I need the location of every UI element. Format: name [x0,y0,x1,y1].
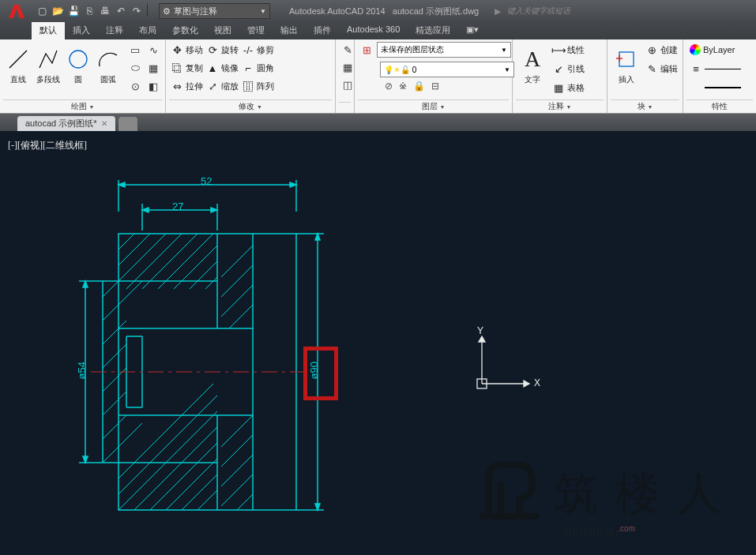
leader-tool[interactable]: ↙引线 [551,60,586,77]
trim-tool[interactable]: -/-修剪 [240,41,276,58]
polyline-tool[interactable]: 多段线 [33,41,63,85]
app-title: Autodesk AutoCAD 2014 autocad 示例图纸.dwg [289,6,479,17]
tab-plugin[interactable]: 插件 [306,22,339,39]
dim-icon: ⟼ [552,43,565,56]
move-tool[interactable]: ✥移动 [169,41,205,58]
stretch-icon: ⇔ [171,80,183,92]
svg-line-43 [103,423,142,463]
svg-line-59 [221,474,253,506]
panel-draw-title[interactable]: 绘图▼ [3,99,162,113]
svg-line-41 [103,392,126,415]
layer-match-icon[interactable]: ⊟ [431,81,439,92]
tab-featured[interactable]: 精选应用 [408,22,458,39]
measure-icon[interactable]: ✎ [339,41,356,58]
gear-icon: ⚙ [163,6,171,17]
layer-props-icon[interactable]: ⊞ [358,41,375,58]
table-tool[interactable]: ▦表格 [551,79,586,96]
layer-state-dropdown[interactable]: 未保存的图层状态▼ [377,42,511,58]
hatch-icon[interactable]: ▦ [145,59,162,77]
ucs-x: X [534,377,540,388]
array-icon: ⿲ [242,80,254,92]
tab-insert[interactable]: 插入 [65,22,98,39]
new-tab-button[interactable] [118,117,137,131]
panel-layer-title[interactable]: 图层▼ [358,99,509,113]
new-icon[interactable]: ▢ [35,4,49,18]
mirror-tool[interactable]: ▲镜像 [205,59,240,77]
edit-block-tool[interactable]: ✎编辑 [644,60,679,77]
drawing-canvas[interactable]: [-][俯视][二维线框] [0,131,756,555]
redo-icon[interactable]: ↷ [130,4,144,18]
select-icon[interactable]: ▦ [339,58,356,76]
panel-modify-title[interactable]: 修改▼ [169,99,332,113]
linetype-dropdown[interactable] [688,79,743,96]
scale-tool[interactable]: ⤢缩放 [205,77,240,95]
file-tab[interactable]: autocad 示例图纸* ✕ [17,116,115,131]
tab-annotate[interactable]: 注释 [98,22,131,39]
tab-layout[interactable]: 布局 [131,22,164,39]
svg-line-54 [221,285,253,317]
rotate-icon: ⟳ [206,43,219,56]
workspace-dropdown[interactable]: ⚙ 草图与注释 ▼ [159,3,270,19]
layer-lock-icon[interactable]: 🔒 [413,81,425,92]
svg-rect-2 [619,52,634,66]
svg-line-46 [118,411,217,510]
tab-parametric[interactable]: 参数化 [164,22,206,39]
undo-icon[interactable]: ↶ [114,4,128,18]
spline-icon[interactable]: ∿ [145,41,162,58]
play-icon[interactable]: ▶ [495,6,501,17]
lineweight-dropdown[interactable]: ≡ [688,60,743,77]
tab-output[interactable]: 输出 [273,22,306,39]
rect-icon[interactable]: ▭ [126,41,144,58]
stretch-tool[interactable]: ⇔拉伸 [169,77,205,95]
saveas-icon[interactable]: ⎘ [82,4,96,18]
dim-27: 27 [172,201,183,212]
tab-view[interactable]: 视图 [206,22,239,39]
svg-line-57 [221,435,253,467]
arc-tool[interactable]: 圆弧 [93,41,123,85]
panel-block-title[interactable]: 块▼ [611,99,679,113]
insert-block-tool[interactable]: 插入 [611,41,642,85]
ellipse-icon[interactable]: ⬭ [126,59,144,77]
svg-line-37 [103,281,142,321]
close-tab-icon[interactable]: ✕ [101,119,107,128]
color-icon [690,44,701,55]
print-icon[interactable]: 🖶 [98,4,112,18]
array-tool[interactable]: ⿲阵列 [240,77,276,95]
dim-52: 52 [201,175,212,187]
svg-line-39 [103,344,126,368]
svg-line-38 [103,321,126,344]
copy-tool[interactable]: ⿻复制 [169,59,205,77]
highlight-box [303,347,338,400]
color-dropdown[interactable]: ByLayer [688,41,743,58]
save-icon[interactable]: 💾 [66,4,81,18]
svg-line-27 [118,234,134,249]
panel-anno-title[interactable]: 注释▼ [516,99,604,113]
region-icon[interactable]: ◧ [145,77,162,95]
create-block-tool[interactable]: ⊕创建 [644,41,679,58]
circle-tool[interactable]: 圆 [63,41,93,85]
fillet-tool[interactable]: ⌐圆角 [240,59,276,77]
tab-manage[interactable]: 管理 [239,22,273,39]
app-logo[interactable] [3,0,30,22]
edit-icon: ✎ [645,62,658,75]
panel-props-title[interactable]: 特性 [686,99,753,113]
file-tab-bar: autocad 示例图纸* ✕ [0,114,756,131]
point-icon[interactable]: ⊙ [126,77,144,95]
text-tool[interactable]: A 文字 [516,41,549,85]
tab-extra-icon[interactable]: ▣▾ [458,22,487,39]
tab-a360[interactable]: Autodesk 360 [339,22,408,39]
fillet-icon: ⌐ [242,62,254,74]
rotate-tool[interactable]: ⟳旋转 [205,41,240,58]
search-input[interactable]: 键入关键字或短语 [507,6,570,17]
line-tool[interactable]: 直线 [3,41,33,85]
svg-line-55 [229,305,253,328]
layer-current-dropdown[interactable]: 💡☀🔓 0▼ [380,62,514,77]
group-icon[interactable]: ◫ [339,76,356,93]
linear-dim-tool[interactable]: ⟼线性 [551,41,586,58]
layer-off-icon[interactable]: ⊘ [385,81,393,92]
svg-line-52 [221,246,253,277]
layer-freeze-icon[interactable]: ※ [399,81,407,92]
tab-default[interactable]: 默认 [32,22,65,39]
svg-line-58 [221,455,253,486]
open-icon[interactable]: 📂 [51,4,65,18]
